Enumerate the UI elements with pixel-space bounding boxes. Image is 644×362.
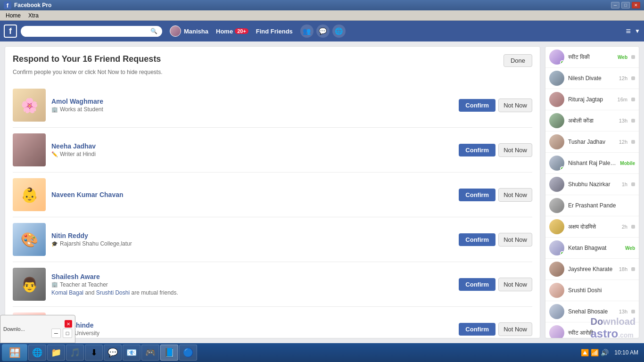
not-now-button-4[interactable]: Not Now (498, 233, 532, 247)
facebook-logo: f (4, 25, 17, 38)
friend-requests-icon[interactable]: 👥 (300, 25, 314, 38)
taskbar-email[interactable]: 📧 (123, 345, 140, 361)
taskbar-download[interactable]: ⬇ (85, 345, 103, 361)
not-now-button-2[interactable]: Not Now (498, 143, 532, 157)
nav-home-link[interactable]: Home 20+ (216, 28, 248, 35)
request-info-6: Rahul Shinde 🎓 Pune University (51, 321, 453, 337)
chat-item[interactable]: Shubhu Nazirkar 1h (545, 174, 639, 195)
taskbar-game[interactable]: 🎮 (141, 345, 159, 361)
start-button[interactable]: 🪟 (2, 344, 27, 361)
taskbar-chrome[interactable]: 🔵 (179, 345, 197, 361)
request-info-3: Naveen Kumar Chavan (51, 191, 453, 198)
requester-avatar-1[interactable]: 🌸 (13, 89, 46, 122)
chat-name: स्वीट विकी (568, 54, 614, 60)
email-icon: 📧 (126, 347, 137, 358)
popup-expand-btn[interactable]: □ (63, 329, 72, 338)
main-area: Respond to Your 16 Friend Requests Done … (0, 41, 644, 343)
mobile-badge: Mobile (620, 161, 635, 166)
chat-item[interactable]: Jayshree Kharate 18h (545, 259, 639, 280)
titlebar: f Facebook Pro ─ □ ✕ (0, 0, 644, 10)
confirm-button-2[interactable]: Confirm (459, 144, 495, 156)
search-input[interactable] (25, 28, 148, 35)
work-icon-1: 🏢 (51, 107, 58, 113)
chat-avatar (549, 262, 564, 277)
work-icon-2: ✏️ (51, 151, 58, 157)
requester-detail-6: 🎓 Pune University (51, 330, 453, 337)
list-icon[interactable]: ≡ (626, 26, 631, 36)
chat-item[interactable]: Rituraj Jagtap 16m (545, 89, 639, 110)
chat-item[interactable]: Ketan Bhagwat Web (545, 238, 639, 259)
system-time[interactable]: 10:10 AM (614, 349, 642, 356)
requester-name-1[interactable]: Amol Waghmare (51, 98, 453, 105)
chat-name: Rituraj Jagtap (568, 96, 614, 103)
chat-icon: 💬 (107, 347, 118, 358)
facebook-icon: 📘 (164, 347, 174, 358)
chat-avatar (549, 283, 564, 298)
confirm-button-5[interactable]: Confirm (459, 278, 495, 291)
close-button[interactable]: ✕ (632, 2, 640, 8)
request-row: 👶 Naveen Kumar Chavan Confirm Not Now (13, 173, 532, 217)
requester-detail-text-4: Rajarshi Shahu College,latur (60, 240, 132, 247)
requester-name-6[interactable]: Rahul Shinde (51, 321, 453, 329)
chat-item[interactable]: Srushti Doshi (545, 280, 639, 301)
chat-time: 13h (619, 118, 627, 123)
minimize-button[interactable]: ─ (611, 2, 619, 8)
menu-home[interactable]: Home (2, 11, 25, 20)
taskbar-facebook[interactable]: 📘 (160, 345, 178, 361)
requester-name-4[interactable]: Nitin Reddy (51, 232, 453, 239)
dropdown-icon[interactable]: ▼ (635, 28, 640, 34)
chat-avatar (549, 304, 564, 319)
taskbar-media[interactable]: 🎵 (66, 345, 84, 361)
done-button[interactable]: Done (504, 54, 532, 67)
not-now-button-1[interactable]: Not Now (498, 99, 532, 112)
not-now-button-6[interactable]: Not Now (498, 322, 532, 336)
requester-detail-5: 🏢 Teacher at Teacher (51, 281, 453, 288)
requester-detail-text-2: Writer at Hindi (60, 151, 96, 157)
chat-item[interactable]: अबोली कोंडा 13h (545, 110, 639, 132)
find-friends-link[interactable]: Find Friends (256, 28, 293, 35)
chat-item[interactable]: Nilesh Divate 12h (545, 68, 639, 89)
confirm-button-6[interactable]: Confirm (459, 323, 495, 336)
maximize-button[interactable]: □ (621, 2, 630, 8)
requester-avatar-2[interactable] (13, 133, 46, 166)
search-bar[interactable]: 🔍 (21, 26, 162, 37)
chat-item[interactable]: स्वीट विकी Web (545, 47, 639, 68)
popup-close-button[interactable]: ✕ (65, 320, 72, 328)
requester-name-2[interactable]: Neeha Jadhav (51, 142, 453, 150)
confirm-button-3[interactable]: Confirm (459, 189, 495, 201)
taskbar-chat[interactable]: 💬 (104, 345, 122, 361)
search-icon[interactable]: 🔍 (150, 28, 157, 34)
chat-item[interactable]: Er Prashant Pande (545, 195, 639, 216)
taskbar-ie[interactable]: 🌐 (28, 345, 46, 361)
profile-name[interactable]: Manisha (184, 28, 208, 35)
requester-avatar-5[interactable]: 👨 (13, 268, 46, 301)
not-now-button-3[interactable]: Not Now (498, 188, 532, 202)
chat-item[interactable]: अक्षय दोडमिसे 2h (545, 216, 639, 238)
popup-minimize-btn[interactable]: ─ (51, 329, 61, 338)
menu-xtra[interactable]: Xtra (25, 11, 42, 20)
confirm-button-4[interactable]: Confirm (459, 233, 495, 246)
requester-name-3[interactable]: Naveen Kumar Chavan (51, 191, 453, 198)
notifications-icon[interactable]: 🌐 (332, 25, 346, 38)
mutual-link2-5[interactable]: Srushti Doshi (96, 289, 130, 296)
watermark-text: Downloadastro.com (590, 316, 636, 339)
chat-name: अक्षय दोडमिसे (568, 223, 618, 230)
taskbar-explorer[interactable]: 📁 (47, 345, 65, 361)
request-row: 👨 Shailesh Aware 🏢 Teacher at Teacher Ko… (13, 262, 532, 307)
chat-item[interactable]: Nishant Raj Pale… Mobile (545, 153, 639, 174)
nav-right: ≡ ▼ (626, 26, 640, 36)
requests-panel: Respond to Your 16 Friend Requests Done … (5, 46, 540, 338)
requester-avatar-3[interactable]: 👶 (13, 178, 46, 211)
mutual-link1-5[interactable]: Komal Bagal (51, 289, 83, 296)
unread-indicator (631, 182, 635, 186)
requester-name-5[interactable]: Shailesh Aware (51, 273, 453, 280)
chat-item[interactable]: Tushar Jadhav 12h (545, 132, 639, 153)
chat-name: Srushti Doshi (568, 287, 635, 294)
download-popup: Downlo... ✕ ─ □ (0, 315, 75, 343)
not-now-button-5[interactable]: Not Now (498, 278, 532, 291)
messages-icon[interactable]: 💬 (316, 25, 330, 38)
work-icon-5: 🏢 (51, 281, 58, 288)
confirm-button-1[interactable]: Confirm (459, 99, 495, 112)
system-tray: 🔼 📶 🔊 (579, 349, 611, 356)
requester-avatar-4[interactable]: 🎨 (13, 223, 46, 256)
